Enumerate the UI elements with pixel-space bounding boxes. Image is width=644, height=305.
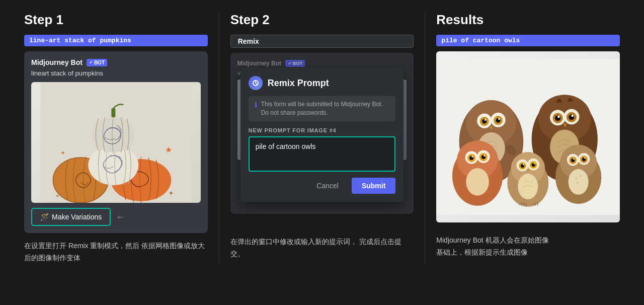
remix-icon — [249, 76, 263, 90]
step1-card: Midjourney Bot BOT lineart stack of pump… — [24, 51, 208, 233]
step2-description: 在弹出的窗口中修改或输入新的提示词， 完成后点击提交。 — [230, 236, 414, 260]
divider-2 — [425, 12, 425, 264]
svg-point-57 — [573, 158, 575, 160]
svg-point-63 — [577, 182, 579, 184]
svg-point-61 — [576, 177, 578, 179]
results-column: Results pile of cartoon owls — [427, 12, 629, 264]
step2-title: Step 2 — [230, 12, 414, 28]
prompt-input-box[interactable]: pile of cartoon owls — [249, 136, 396, 172]
remix-modal-title: Remix Prompt — [268, 78, 329, 89]
modal-buttons: Cancel Submit — [249, 178, 396, 194]
step2-bg-bot-tag: BOT — [285, 60, 305, 67]
svg-text:★: ★ — [165, 145, 172, 154]
svg-rect-6 — [111, 108, 115, 117]
results-image — [436, 51, 620, 222]
step1-bot-subtitle: lineart stack of pumpkins — [31, 69, 201, 77]
info-icon: ℹ — [255, 101, 257, 109]
svg-point-75 — [518, 174, 538, 199]
wand-icon: 🪄 — [40, 213, 49, 221]
svg-point-5 — [92, 117, 134, 152]
step2-bg-bot-name: Midjourney Bot — [237, 60, 281, 67]
svg-text:✦: ✦ — [60, 149, 65, 157]
remix-info-banner: ℹ This form will be submitted to Midjour… — [249, 96, 396, 121]
step2-area: Midjourney Bot BOT vibrant lineart stack… — [230, 53, 414, 224]
step1-bot-tag: BOT — [87, 59, 107, 66]
step1-title: Step 1 — [24, 12, 208, 28]
svg-point-21 — [485, 119, 487, 121]
make-variations-label: Make Variations — [52, 213, 102, 221]
results-title: Results — [436, 12, 620, 28]
svg-point-62 — [580, 175, 582, 177]
pumpkin-image: ★ ✦ ✦ ✦ — [31, 82, 201, 203]
arrow-right-icon: ← — [116, 212, 125, 222]
remix-modal-header: Remix Prompt — [249, 76, 396, 90]
submit-button[interactable]: Submit — [352, 178, 395, 194]
divider-1 — [219, 12, 219, 264]
svg-point-34 — [572, 115, 574, 117]
svg-point-73 — [534, 163, 535, 165]
svg-point-60 — [569, 169, 589, 195]
step1-bot-header: Midjourney Bot BOT — [31, 58, 201, 66]
make-variations-button[interactable]: 🪄 Make Variations — [31, 208, 111, 226]
results-badge: pile of cartoon owls — [436, 35, 620, 46]
step1-column: Step 1 line-art stack of pumpkins Midjou… — [15, 12, 217, 264]
cancel-button[interactable]: Cancel — [308, 178, 347, 194]
prompt-input-text[interactable]: pile of cartoon owls — [256, 142, 389, 150]
svg-text:✦: ✦ — [55, 193, 59, 199]
svg-text:✦: ✦ — [169, 190, 174, 197]
svg-point-48 — [466, 168, 490, 196]
svg-point-33 — [557, 116, 560, 118]
svg-point-58 — [584, 158, 586, 159]
svg-point-22 — [498, 118, 500, 120]
svg-point-72 — [523, 164, 524, 165]
svg-point-45 — [472, 156, 473, 158]
remix-modal: Remix Prompt ℹ This form will be submitt… — [240, 68, 404, 202]
step2-column: Step 2 Remix Midjourney Bot BOT vibrant … — [221, 12, 423, 264]
results-description: Midjourney Bot 机器人会在原始图像 基础上，根据新提示生成图像 — [436, 235, 620, 259]
step1-bot-name: Midjourney Bot — [31, 58, 83, 66]
remix-info-text: This form will be submitted to Midjourne… — [261, 100, 383, 117]
discord-bg-bot-header: Midjourney Bot BOT — [237, 60, 407, 67]
prompt-label: NEW PROMPT FOR IMAGE #4 — [249, 127, 396, 133]
svg-point-46 — [484, 155, 485, 157]
step1-description: 在设置里打开 Remix 重制模式，然后 依据网格图像或放大后的图像制作变体 — [24, 240, 208, 264]
step2-badge: Remix — [230, 35, 414, 48]
step1-badge: line-art stack of pumpkins — [24, 35, 208, 46]
